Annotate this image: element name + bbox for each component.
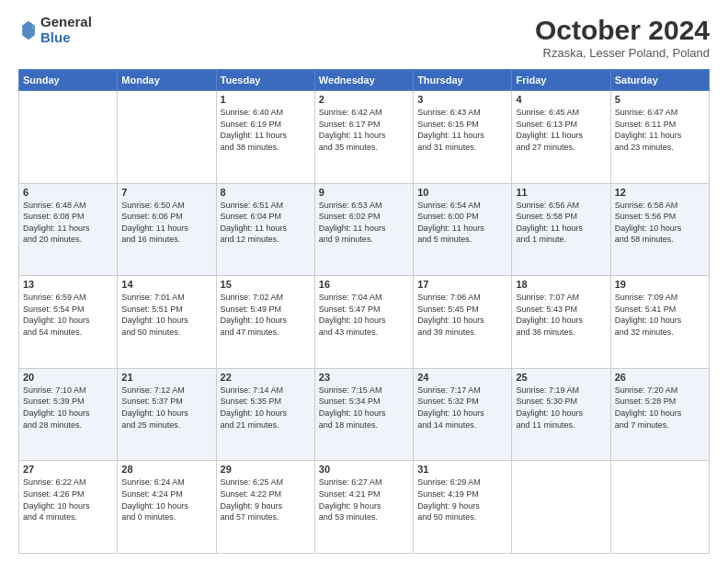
day-detail: Sunrise: 7:19 AM Sunset: 5:30 PM Dayligh…	[516, 385, 606, 431]
calendar-cell: 26Sunrise: 7:20 AM Sunset: 5:28 PM Dayli…	[610, 368, 709, 461]
day-number: 14	[121, 279, 211, 290]
calendar-cell: 30Sunrise: 6:27 AM Sunset: 4:21 PM Dayli…	[314, 461, 413, 554]
calendar-cell: 12Sunrise: 6:58 AM Sunset: 5:56 PM Dayli…	[610, 183, 709, 276]
day-number: 6	[23, 187, 113, 198]
day-detail: Sunrise: 6:42 AM Sunset: 6:17 PM Dayligh…	[319, 107, 409, 153]
calendar-week-row: 13Sunrise: 6:59 AM Sunset: 5:54 PM Dayli…	[19, 276, 710, 369]
day-number: 27	[23, 464, 113, 475]
weekday-header-cell: Monday	[118, 70, 216, 91]
calendar-week-row: 20Sunrise: 7:10 AM Sunset: 5:39 PM Dayli…	[19, 368, 710, 461]
calendar-cell	[610, 461, 709, 554]
calendar-cell: 4Sunrise: 6:45 AM Sunset: 6:13 PM Daylig…	[512, 91, 610, 184]
calendar-cell: 2Sunrise: 6:42 AM Sunset: 6:17 PM Daylig…	[314, 91, 413, 184]
day-detail: Sunrise: 6:56 AM Sunset: 5:58 PM Dayligh…	[516, 200, 606, 246]
calendar-cell: 29Sunrise: 6:25 AM Sunset: 4:22 PM Dayli…	[216, 461, 314, 554]
day-number: 26	[615, 372, 705, 383]
day-detail: Sunrise: 6:27 AM Sunset: 4:21 PM Dayligh…	[319, 477, 409, 523]
day-detail: Sunrise: 7:12 AM Sunset: 5:37 PM Dayligh…	[121, 385, 211, 431]
calendar-cell: 17Sunrise: 7:06 AM Sunset: 5:45 PM Dayli…	[414, 276, 512, 369]
calendar-page: General Blue October 2024 Rzaska, Lesser…	[0, 0, 728, 563]
day-detail: Sunrise: 6:54 AM Sunset: 6:00 PM Dayligh…	[417, 200, 507, 246]
calendar-week-row: 27Sunrise: 6:22 AM Sunset: 4:26 PM Dayli…	[19, 461, 710, 554]
day-number: 5	[615, 94, 705, 105]
calendar-cell	[512, 461, 610, 554]
day-detail: Sunrise: 6:45 AM Sunset: 6:13 PM Dayligh…	[516, 107, 606, 153]
day-detail: Sunrise: 6:43 AM Sunset: 6:15 PM Dayligh…	[417, 107, 507, 153]
day-detail: Sunrise: 7:02 AM Sunset: 5:49 PM Dayligh…	[221, 292, 311, 338]
weekday-header-cell: Sunday	[19, 70, 118, 91]
logo: General Blue	[18, 15, 92, 45]
month-title: October 2024	[535, 15, 710, 46]
day-number: 19	[615, 279, 705, 290]
day-number: 30	[319, 464, 409, 475]
header: General Blue October 2024 Rzaska, Lesser…	[18, 15, 710, 60]
day-number: 12	[615, 187, 705, 198]
day-detail: Sunrise: 6:40 AM Sunset: 6:19 PM Dayligh…	[221, 107, 311, 153]
calendar-cell: 11Sunrise: 6:56 AM Sunset: 5:58 PM Dayli…	[512, 183, 610, 276]
day-detail: Sunrise: 6:51 AM Sunset: 6:04 PM Dayligh…	[221, 200, 311, 246]
title-section: October 2024 Rzaska, Lesser Poland, Pola…	[535, 15, 710, 60]
calendar-cell: 5Sunrise: 6:47 AM Sunset: 6:11 PM Daylig…	[610, 91, 709, 184]
calendar-cell: 10Sunrise: 6:54 AM Sunset: 6:00 PM Dayli…	[414, 183, 512, 276]
logo-general-text: General	[40, 15, 92, 30]
day-number: 4	[516, 94, 606, 105]
calendar-cell	[19, 91, 118, 184]
day-detail: Sunrise: 6:53 AM Sunset: 6:02 PM Dayligh…	[319, 200, 409, 246]
weekday-header-row: SundayMondayTuesdayWednesdayThursdayFrid…	[19, 70, 710, 91]
day-detail: Sunrise: 7:01 AM Sunset: 5:51 PM Dayligh…	[121, 292, 211, 338]
day-number: 1	[221, 94, 311, 105]
calendar-cell: 16Sunrise: 7:04 AM Sunset: 5:47 PM Dayli…	[314, 276, 413, 369]
logo-blue-text: Blue	[40, 30, 92, 46]
calendar-cell: 9Sunrise: 6:53 AM Sunset: 6:02 PM Daylig…	[314, 183, 413, 276]
day-detail: Sunrise: 6:29 AM Sunset: 4:19 PM Dayligh…	[417, 477, 507, 523]
day-number: 3	[417, 94, 507, 105]
day-number: 21	[121, 372, 211, 383]
day-detail: Sunrise: 6:22 AM Sunset: 4:26 PM Dayligh…	[23, 477, 113, 523]
day-number: 29	[221, 464, 311, 475]
calendar-cell: 23Sunrise: 7:15 AM Sunset: 5:34 PM Dayli…	[314, 368, 413, 461]
calendar-cell	[118, 91, 216, 184]
calendar-cell: 21Sunrise: 7:12 AM Sunset: 5:37 PM Dayli…	[118, 368, 216, 461]
day-number: 11	[516, 187, 606, 198]
calendar-cell: 24Sunrise: 7:17 AM Sunset: 5:32 PM Dayli…	[414, 368, 512, 461]
day-detail: Sunrise: 6:24 AM Sunset: 4:24 PM Dayligh…	[121, 477, 211, 523]
calendar-cell: 31Sunrise: 6:29 AM Sunset: 4:19 PM Dayli…	[414, 461, 512, 554]
calendar-cell: 13Sunrise: 6:59 AM Sunset: 5:54 PM Dayli…	[19, 276, 118, 369]
calendar-cell: 18Sunrise: 7:07 AM Sunset: 5:43 PM Dayli…	[512, 276, 610, 369]
day-number: 8	[221, 187, 311, 198]
day-detail: Sunrise: 7:14 AM Sunset: 5:35 PM Dayligh…	[221, 385, 311, 431]
day-number: 22	[221, 372, 311, 383]
calendar-cell: 28Sunrise: 6:24 AM Sunset: 4:24 PM Dayli…	[118, 461, 216, 554]
calendar-week-row: 1Sunrise: 6:40 AM Sunset: 6:19 PM Daylig…	[19, 91, 710, 184]
weekday-header-cell: Thursday	[414, 70, 512, 91]
weekday-header-cell: Saturday	[610, 70, 709, 91]
day-number: 13	[23, 279, 113, 290]
day-number: 23	[319, 372, 409, 383]
weekday-header-cell: Tuesday	[216, 70, 314, 91]
day-number: 28	[121, 464, 211, 475]
day-detail: Sunrise: 6:25 AM Sunset: 4:22 PM Dayligh…	[221, 477, 311, 523]
calendar-cell: 1Sunrise: 6:40 AM Sunset: 6:19 PM Daylig…	[216, 91, 314, 184]
calendar-cell: 27Sunrise: 6:22 AM Sunset: 4:26 PM Dayli…	[19, 461, 118, 554]
day-detail: Sunrise: 7:10 AM Sunset: 5:39 PM Dayligh…	[23, 385, 113, 431]
calendar-cell: 19Sunrise: 7:09 AM Sunset: 5:41 PM Dayli…	[610, 276, 709, 369]
day-detail: Sunrise: 7:09 AM Sunset: 5:41 PM Dayligh…	[615, 292, 705, 338]
day-detail: Sunrise: 7:06 AM Sunset: 5:45 PM Dayligh…	[417, 292, 507, 338]
day-number: 10	[417, 187, 507, 198]
day-number: 18	[516, 279, 606, 290]
day-number: 25	[516, 372, 606, 383]
calendar-cell: 3Sunrise: 6:43 AM Sunset: 6:15 PM Daylig…	[414, 91, 512, 184]
calendar-table: SundayMondayTuesdayWednesdayThursdayFrid…	[18, 69, 710, 554]
day-number: 31	[417, 464, 507, 475]
day-detail: Sunrise: 7:04 AM Sunset: 5:47 PM Dayligh…	[319, 292, 409, 338]
day-detail: Sunrise: 6:48 AM Sunset: 6:08 PM Dayligh…	[23, 200, 113, 246]
day-number: 15	[221, 279, 311, 290]
calendar-cell: 15Sunrise: 7:02 AM Sunset: 5:49 PM Dayli…	[216, 276, 314, 369]
weekday-header-cell: Wednesday	[314, 70, 413, 91]
calendar-body: 1Sunrise: 6:40 AM Sunset: 6:19 PM Daylig…	[19, 91, 710, 554]
day-detail: Sunrise: 6:59 AM Sunset: 5:54 PM Dayligh…	[23, 292, 113, 338]
logo-text: General Blue	[40, 15, 92, 45]
day-detail: Sunrise: 7:07 AM Sunset: 5:43 PM Dayligh…	[516, 292, 606, 338]
day-number: 9	[319, 187, 409, 198]
day-number: 20	[23, 372, 113, 383]
